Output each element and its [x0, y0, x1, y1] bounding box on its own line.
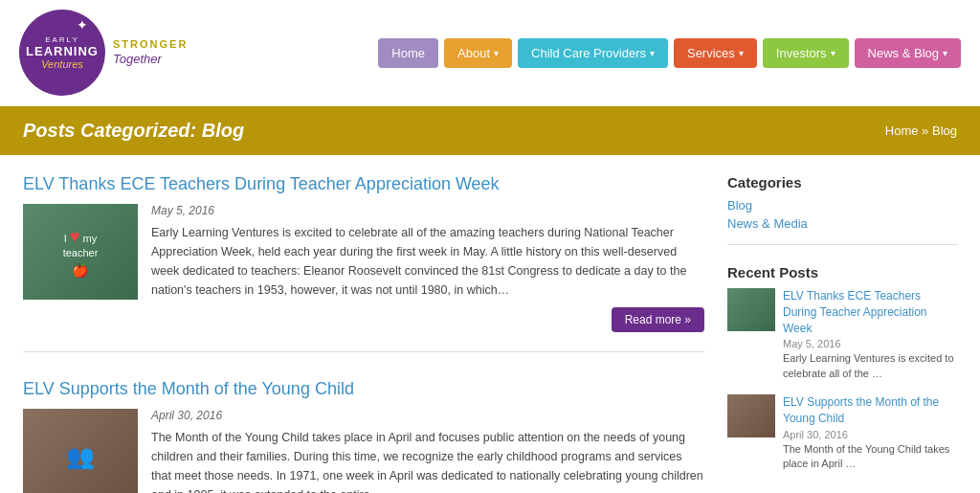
logo-stronger: STRONGER — [113, 37, 188, 51]
investors-caret-icon: ▾ — [831, 48, 835, 58]
sidebar-link-newsmedia[interactable]: News & Media — [727, 216, 957, 231]
recent-post-excerpt: Early Learning Ventures is excited to ce… — [783, 351, 957, 381]
recent-young-image — [727, 394, 775, 437]
recent-posts-section: Recent Posts ELV Thanks ECE Teachers Dur… — [727, 264, 957, 493]
main-nav: Home About ▾ Child Care Providers ▾ Serv… — [378, 38, 961, 68]
logo-circle: ✦ EARLY LEARNING Ventures — [19, 10, 105, 96]
post-title[interactable]: ELV Thanks ECE Teachers During Teacher A… — [23, 174, 704, 194]
apple-icon: 🍎 — [72, 262, 88, 278]
recent-post-thumbnail — [727, 394, 775, 437]
post-content-row: I ♥ my teacher 🍎 May 5, 2016 Early Learn… — [23, 204, 704, 332]
nav-home[interactable]: Home — [378, 38, 438, 68]
post-date: April 30, 2016 — [151, 409, 704, 422]
content-area: ELV Thanks ECE Teachers During Teacher A… — [23, 174, 704, 493]
post-excerpt: The Month of the Young Child takes place… — [151, 428, 704, 493]
about-caret-icon: ▾ — [494, 48, 499, 58]
newsblog-caret-icon: ▾ — [943, 48, 947, 58]
recent-post-item: ELV Thanks ECE Teachers During Teacher A… — [727, 288, 957, 381]
categories-section: Categories Blog News & Media — [727, 174, 957, 245]
header: ✦ EARLY LEARNING Ventures STRONGER Toget… — [0, 0, 980, 106]
recent-post-title[interactable]: ELV Thanks ECE Teachers During Teacher A… — [783, 288, 957, 336]
recent-teacher-image — [727, 288, 775, 331]
breadcrumb: Home » Blog — [885, 123, 957, 138]
post-thumbnail: I ♥ my teacher 🍎 — [23, 204, 138, 300]
post-thumbnail: 👥 — [23, 409, 138, 493]
read-more-button[interactable]: Read more » — [612, 307, 704, 332]
childcare-caret-icon: ▾ — [650, 48, 655, 58]
teacher-image: I ♥ my teacher 🍎 — [23, 204, 138, 300]
people-icon: 👥 — [66, 443, 95, 470]
post-meta: May 5, 2016 Early Learning Ventures is e… — [151, 204, 704, 332]
logo-area: ✦ EARLY LEARNING Ventures STRONGER Toget… — [19, 10, 230, 96]
post-content-row: 👥 April 30, 2016 The Month of the Young … — [23, 409, 704, 493]
nav-newsblog[interactable]: News & Blog ▾ — [855, 38, 961, 68]
star-icon: ✦ — [77, 17, 88, 33]
young-child-image: 👥 — [23, 409, 138, 493]
read-more-row: Read more » — [151, 307, 704, 332]
recent-post-item: ELV Supports the Month of the Young Chil… — [727, 394, 957, 471]
post-item: ELV Thanks ECE Teachers During Teacher A… — [23, 174, 704, 352]
recent-post-excerpt: The Month of the Young Child takes place… — [783, 442, 957, 472]
post-title[interactable]: ELV Supports the Month of the Young Chil… — [23, 379, 704, 399]
recent-posts-title: Recent Posts — [727, 264, 957, 280]
breadcrumb-home-link[interactable]: Home — [885, 123, 919, 138]
logo-tagline: STRONGER Together — [113, 37, 188, 67]
nav-investors[interactable]: Investors ▾ — [763, 38, 849, 68]
nav-services[interactable]: Services ▾ — [674, 38, 757, 68]
logo-together: Together — [113, 52, 188, 68]
nav-about[interactable]: About ▾ — [444, 38, 512, 68]
recent-post-date: May 5, 2016 — [783, 338, 957, 349]
breadcrumb-separator: » — [922, 123, 928, 138]
post-date: May 5, 2016 — [151, 204, 704, 217]
logo-ventures: Ventures — [41, 58, 83, 70]
nav-childcare[interactable]: Child Care Providers ▾ — [518, 38, 668, 68]
recent-post-date: April 30, 2016 — [783, 429, 957, 440]
categories-title: Categories — [727, 174, 957, 190]
logo-learning: LEARNING — [26, 44, 99, 58]
post-item: ELV Supports the Month of the Young Chil… — [23, 379, 704, 493]
logo-early: EARLY — [45, 35, 79, 44]
main-layout: ELV Thanks ECE Teachers During Teacher A… — [0, 155, 980, 493]
services-caret-icon: ▾ — [739, 48, 744, 58]
sidebar: Categories Blog News & Media Recent Post… — [727, 174, 957, 493]
post-meta: April 30, 2016 The Month of the Young Ch… — [151, 409, 704, 493]
sidebar-link-blog[interactable]: Blog — [727, 198, 957, 213]
recent-post-info: ELV Thanks ECE Teachers During Teacher A… — [783, 288, 957, 381]
breadcrumb-current: Blog — [932, 123, 957, 138]
page-title: Posts Categorized: Blog — [23, 120, 244, 142]
post-excerpt: Early Learning Ventures is excited to ce… — [151, 223, 704, 300]
recent-post-thumbnail — [727, 288, 775, 331]
breadcrumb-banner: Posts Categorized: Blog Home » Blog — [0, 106, 980, 155]
recent-post-info: ELV Supports the Month of the Young Chil… — [783, 394, 957, 471]
recent-post-title[interactable]: ELV Supports the Month of the Young Chil… — [783, 394, 957, 427]
heart-icon: ♥ — [70, 227, 80, 246]
